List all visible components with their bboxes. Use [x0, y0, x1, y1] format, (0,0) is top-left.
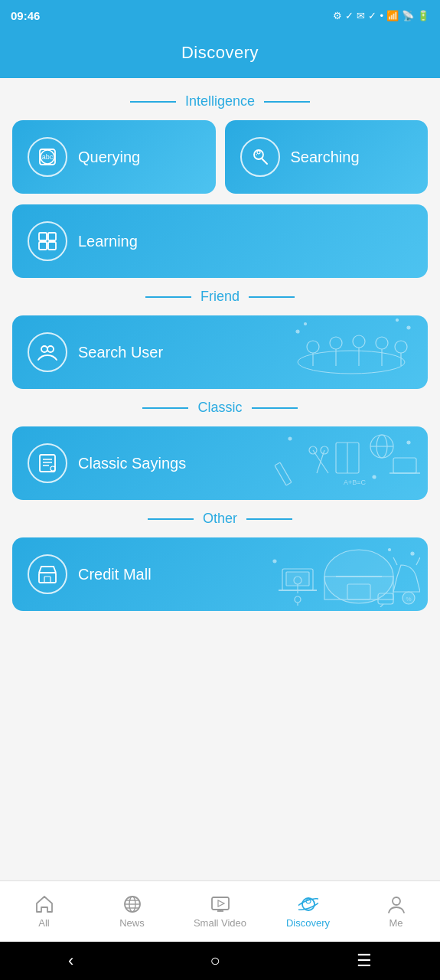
classic-sayings-card[interactable]: Classic Sayings	[12, 426, 428, 500]
section-line-classic-right	[252, 407, 298, 409]
nav-label-news: News	[119, 917, 145, 929]
main-content: Intelligence abc Querying	[0, 78, 440, 880]
querying-icon: abc	[37, 146, 58, 168]
searching-card[interactable]: Searching	[225, 120, 429, 194]
home-button[interactable]: ○	[210, 951, 220, 971]
search-user-icon-circle	[28, 332, 67, 372]
svg-point-3	[254, 150, 263, 159]
querying-icon-circle: abc	[28, 137, 67, 177]
nav-label-discovery: Discovery	[286, 917, 330, 929]
learning-icon	[37, 230, 58, 252]
classic-icon	[37, 452, 58, 474]
shield-icon: ✓	[368, 10, 376, 21]
querying-card[interactable]: abc Querying	[12, 120, 216, 194]
section-line-right	[264, 101, 310, 103]
app-header: Discovery	[0, 31, 440, 78]
section-header-friend: Friend	[12, 289, 428, 305]
search-user-icon	[37, 341, 58, 363]
android-nav: ‹ ○ ☰	[0, 942, 440, 980]
intelligence-top-row: abc Querying Searching	[12, 120, 428, 194]
store-icon	[37, 564, 58, 585]
tv-icon	[210, 894, 230, 914]
section-line-friend-right	[249, 296, 295, 298]
home-icon	[34, 894, 54, 914]
learning-card[interactable]: Learning	[12, 204, 428, 278]
svg-rect-50	[44, 577, 51, 583]
mail-icon: ✉	[357, 10, 365, 21]
svg-point-5	[257, 151, 260, 154]
section-header-classic: Classic	[12, 400, 428, 416]
section-line-other-right	[246, 518, 292, 520]
searching-label: Searching	[291, 149, 360, 166]
nav-item-discovery[interactable]: Discovery	[264, 888, 352, 935]
section-title-other: Other	[203, 511, 237, 527]
globe-icon	[122, 894, 142, 914]
querying-label: Querying	[78, 149, 140, 166]
svg-line-4	[262, 159, 267, 165]
searching-icon	[249, 146, 271, 168]
signal-icon: 📶	[386, 10, 399, 21]
section-line-left	[130, 101, 176, 103]
learning-label: Learning	[78, 233, 138, 250]
nav-label-all: All	[38, 917, 49, 929]
nav-label-small-video: Small Video	[194, 917, 246, 929]
nav-item-news[interactable]: News	[88, 888, 176, 935]
back-button[interactable]: ‹	[68, 951, 73, 971]
svg-rect-7	[39, 233, 47, 240]
classic-sayings-label: Classic Sayings	[78, 455, 186, 472]
section-title-classic: Classic	[197, 400, 242, 416]
menu-button[interactable]: ☰	[357, 951, 372, 971]
bottom-nav: All News Small Video Discovery	[0, 880, 440, 942]
svg-rect-10	[48, 242, 56, 250]
nav-label-me: Me	[389, 917, 403, 929]
section-title-friend: Friend	[200, 289, 240, 305]
credit-mall-label: Credit Mall	[78, 566, 152, 583]
searching-icon-circle	[240, 137, 280, 177]
svg-rect-76	[212, 897, 229, 910]
nav-item-small-video[interactable]: Small Video	[176, 888, 264, 935]
section-line-other-left	[148, 518, 194, 520]
svg-point-12	[47, 346, 54, 352]
svg-point-11	[41, 346, 47, 352]
section-line-friend-left	[145, 296, 191, 298]
svg-point-32	[51, 466, 55, 471]
battery-icon: 🔋	[417, 10, 429, 21]
status-time: 09:46	[11, 9, 40, 22]
section-header-intelligence: Intelligence	[12, 93, 428, 109]
dot-icon: •	[380, 10, 383, 21]
check-icon: ✓	[345, 10, 354, 21]
svg-rect-49	[39, 573, 56, 583]
credit-mall-icon-circle	[28, 554, 67, 594]
section-title-intelligence: Intelligence	[185, 93, 255, 109]
page-title: Discovery	[181, 43, 259, 62]
nav-item-all[interactable]: All	[0, 888, 88, 935]
status-icons: ⚙ ✓ ✉ ✓ • 📶 📡 🔋	[333, 10, 429, 21]
learning-icon-circle	[28, 221, 67, 261]
svg-text:abc: abc	[42, 153, 54, 161]
classic-icon-circle	[28, 443, 67, 483]
search-user-card[interactable]: Search User	[12, 315, 428, 389]
nav-item-me[interactable]: Me	[352, 888, 440, 935]
wifi-icon: 📡	[402, 10, 414, 21]
search-user-label: Search User	[78, 344, 163, 361]
planet-icon	[298, 894, 318, 914]
status-bar: 09:46 ⚙ ✓ ✉ ✓ • 📶 📡 🔋	[0, 0, 440, 31]
person-icon	[386, 894, 406, 914]
section-header-other: Other	[12, 511, 428, 527]
svg-rect-8	[48, 233, 56, 240]
settings-icon: ⚙	[333, 10, 342, 21]
credit-mall-card[interactable]: Credit Mall	[12, 537, 428, 611]
svg-rect-28	[40, 455, 55, 472]
svg-rect-9	[39, 242, 47, 250]
section-line-classic-left	[142, 407, 188, 409]
svg-marker-79	[218, 900, 224, 906]
svg-point-83	[393, 897, 400, 905]
